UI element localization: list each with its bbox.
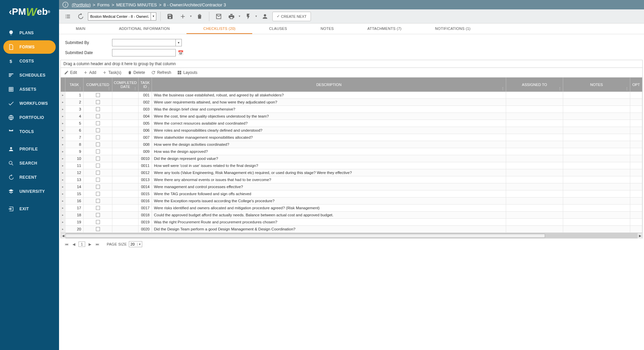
expand-icon[interactable]: ▸: [61, 212, 65, 218]
bolt-dropdown-icon[interactable]: ▼: [255, 15, 258, 18]
print-dropdown-icon[interactable]: ▼: [238, 15, 241, 18]
sidebar-item-profile[interactable]: PROFILE: [3, 142, 56, 156]
checkbox-icon[interactable]: [96, 142, 100, 146]
crumb-portfolio[interactable]: (Portfolio): [72, 2, 91, 7]
sidebar-item-schedules[interactable]: SCHEDULES: [3, 69, 56, 82]
cell-completed[interactable]: [84, 99, 112, 105]
table-row[interactable]: ▸6006Were roles and responsibilities cle…: [61, 127, 642, 134]
horizontal-scrollbar[interactable]: ◀ ▶: [60, 233, 643, 238]
checkbox-icon[interactable]: [96, 178, 100, 182]
checkbox-icon[interactable]: [96, 93, 100, 97]
cell-completed[interactable]: [84, 176, 112, 183]
col-assigned-to[interactable]: ASSIGNED TO⋮: [506, 78, 563, 92]
expand-icon[interactable]: ▸: [61, 99, 65, 105]
cell-completed[interactable]: [84, 162, 112, 169]
tab-main[interactable]: MAIN: [59, 24, 102, 34]
checkbox-icon[interactable]: [96, 171, 100, 175]
cell-completed[interactable]: [84, 120, 112, 127]
cell-completed[interactable]: [84, 226, 112, 232]
tab-notifications-[interactable]: NOTIFICATIONS (1): [418, 24, 487, 34]
checkbox-icon[interactable]: [96, 114, 100, 118]
submitted-by-input[interactable]: [112, 39, 176, 46]
checkbox-icon[interactable]: [96, 157, 100, 161]
chevron-down-icon[interactable]: ▼: [151, 13, 156, 20]
bolt-icon[interactable]: [243, 11, 254, 22]
checkbox-icon[interactable]: [96, 135, 100, 139]
person-icon[interactable]: [260, 11, 270, 22]
delete-button[interactable]: Delete: [127, 70, 145, 75]
checkbox-icon[interactable]: [96, 213, 100, 217]
cell-completed[interactable]: [84, 127, 112, 134]
last-page-icon[interactable]: ⏭: [95, 242, 100, 247]
checkbox-icon[interactable]: [96, 121, 100, 125]
mail-icon[interactable]: [213, 11, 224, 22]
checkbox-icon[interactable]: [96, 227, 100, 231]
sidebar-item-plans[interactable]: PLANS: [3, 26, 56, 40]
table-row[interactable]: ▸200020Did the Design Team perform a goo…: [61, 226, 642, 233]
cell-completed[interactable]: [84, 134, 112, 141]
table-row[interactable]: ▸180018Could the approved budget afford …: [61, 212, 642, 219]
chevron-down-icon[interactable]: ▼: [137, 243, 142, 246]
page-size-select[interactable]: ▼: [129, 241, 142, 247]
table-row[interactable]: ▸2002Were user requirements attained, an…: [61, 99, 642, 106]
checkbox-icon[interactable]: [96, 107, 100, 111]
table-row[interactable]: ▸1001Was the business case established, …: [61, 92, 642, 99]
table-row[interactable]: ▸5005Were the correct resources availabl…: [61, 120, 642, 127]
checkbox-icon[interactable]: [96, 100, 100, 104]
expand-icon[interactable]: ▸: [61, 127, 65, 134]
cell-completed[interactable]: [84, 190, 112, 197]
table-row[interactable]: ▸120012Were any tools (Value Engineering…: [61, 169, 642, 176]
col-task[interactable]: TASK⋮: [65, 78, 84, 92]
tab-attachments-[interactable]: ATTACHMENTS (7): [351, 24, 418, 34]
calendar-icon[interactable]: 📅: [178, 50, 183, 55]
create-next-button[interactable]: ✓ CREATE NEXT: [272, 12, 311, 21]
scroll-right-icon[interactable]: ▶: [638, 233, 642, 238]
add-dropdown-icon[interactable]: ▼: [190, 15, 192, 18]
table-row[interactable]: ▸8008How were the design activities coor…: [61, 141, 642, 148]
tab-additional-information[interactable]: ADDITIONAL INFORMATION: [102, 24, 186, 34]
sidebar-item-portfolio[interactable]: PORTFOLIO: [3, 111, 56, 124]
col-opt[interactable]: OPT: [630, 78, 642, 92]
expand-icon[interactable]: ▸: [61, 148, 65, 155]
page-size-input[interactable]: [129, 242, 137, 247]
expand-icon[interactable]: ▸: [61, 169, 65, 176]
checkbox-icon[interactable]: [96, 220, 100, 224]
col-completed-date[interactable]: COMPLETED DATE⋮: [112, 78, 139, 92]
sidebar-item-forms[interactable]: FORMS: [3, 40, 56, 54]
cell-completed[interactable]: [84, 141, 112, 148]
expand-icon[interactable]: ▸: [61, 219, 65, 225]
crumb-forms[interactable]: Forms: [97, 2, 110, 7]
table-row[interactable]: ▸130013Were there any abnormal events or…: [61, 176, 642, 183]
tab-clauses[interactable]: CLAUSES: [252, 24, 304, 34]
sidebar-item-search[interactable]: SEARCH: [3, 157, 56, 170]
prev-page-icon[interactable]: ◀: [71, 242, 76, 247]
expand-icon[interactable]: ▸: [61, 198, 65, 204]
table-row[interactable]: ▸100010Did the design represent good val…: [61, 155, 642, 162]
edit-button[interactable]: Edit: [64, 70, 77, 75]
table-row[interactable]: ▸150015Were the TAG procedure followed a…: [61, 190, 642, 198]
col-notes[interactable]: NOTES⋮: [563, 78, 630, 92]
sidebar-item-university[interactable]: UNIVERSITY: [3, 185, 56, 198]
refresh-button[interactable]: Refresh: [151, 70, 171, 75]
table-row[interactable]: ▸160016Were the Exception reports issued…: [61, 198, 642, 205]
checkbox-icon[interactable]: [96, 206, 100, 210]
next-page-icon[interactable]: ▶: [87, 242, 93, 247]
cell-completed[interactable]: [84, 198, 112, 204]
expand-icon[interactable]: ▸: [61, 141, 65, 148]
page-number[interactable]: 1: [78, 242, 85, 247]
project-select[interactable]: ▼: [88, 12, 156, 20]
cell-completed[interactable]: [84, 113, 112, 120]
print-icon[interactable]: [226, 11, 237, 22]
cell-completed[interactable]: [84, 212, 112, 218]
delete-icon[interactable]: [194, 11, 205, 22]
cell-completed[interactable]: [84, 155, 112, 162]
checkbox-icon[interactable]: [96, 192, 100, 196]
expand-icon[interactable]: ▸: [61, 92, 65, 98]
cell-completed[interactable]: [84, 183, 112, 190]
sidebar-item-recent[interactable]: RECENT: [3, 171, 56, 184]
sidebar-item-costs[interactable]: $COSTS: [3, 54, 56, 68]
checkbox-icon[interactable]: [96, 199, 100, 203]
sidebar-item-tools[interactable]: TOOLS: [3, 125, 56, 138]
sidebar-item-workflows[interactable]: WORKFLOWS: [3, 97, 56, 110]
group-by-bar[interactable]: Drag a column header and drop it here to…: [60, 60, 643, 68]
